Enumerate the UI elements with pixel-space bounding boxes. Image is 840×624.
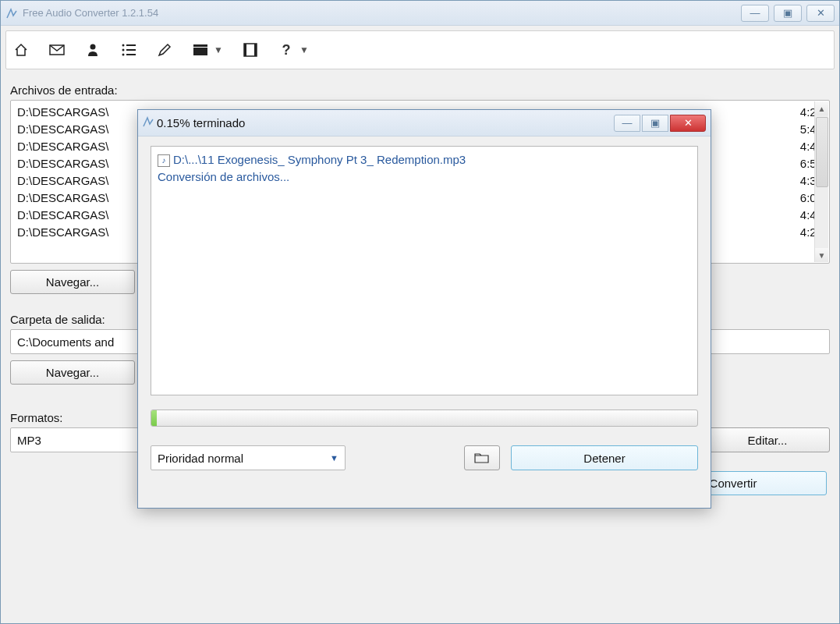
dialog-maximize-button[interactable]: ▣ xyxy=(642,115,668,132)
status-text: Conversión de archivos... xyxy=(158,168,691,186)
svg-point-1 xyxy=(90,44,96,50)
svg-rect-3 xyxy=(126,44,136,46)
app-icon xyxy=(143,116,154,130)
app-icon xyxy=(5,7,18,20)
svg-point-4 xyxy=(122,49,125,51)
svg-point-2 xyxy=(122,44,125,47)
chevron-down-icon: ▼ xyxy=(330,453,338,463)
svg-rect-7 xyxy=(126,54,136,55)
stop-button[interactable]: Detener xyxy=(511,445,698,470)
edit-button[interactable]: Editar... xyxy=(705,427,830,452)
film-icon[interactable] xyxy=(242,41,259,58)
open-folder-button[interactable] xyxy=(464,445,500,470)
dialog-close-button[interactable]: ✕ xyxy=(670,115,706,132)
chevron-down-icon[interactable]: ▼ xyxy=(214,44,223,55)
minimize-button[interactable]: — xyxy=(741,5,769,22)
file-icon: ♪ xyxy=(158,154,170,167)
browse-input-button[interactable]: Navegar... xyxy=(10,270,135,294)
home-icon[interactable] xyxy=(12,41,30,58)
progress-log: ♪D:\...\11 Exogenesis_ Symphony Pt 3_ Re… xyxy=(151,146,698,395)
dialog-title: 0.15% terminado xyxy=(157,116,612,129)
priority-select[interactable]: Prioridad normal ▼ xyxy=(151,445,346,470)
edit-icon[interactable] xyxy=(156,41,173,58)
svg-rect-5 xyxy=(126,49,136,51)
toolbar: ▼ ? ▼ xyxy=(5,30,835,69)
list-icon[interactable] xyxy=(120,41,137,58)
dialog-titlebar: 0.15% terminado — ▣ ✕ xyxy=(138,110,711,136)
chevron-down-icon[interactable]: ▼ xyxy=(299,44,309,55)
current-file: D:\...\11 Exogenesis_ Symphony Pt 3_ Red… xyxy=(173,153,466,166)
scrollbar[interactable]: ▲ ▼ xyxy=(814,101,828,262)
progress-dialog: 0.15% terminado — ▣ ✕ ♪D:\...\11 Exogene… xyxy=(137,109,711,509)
window-icon[interactable] xyxy=(192,41,209,58)
dialog-minimize-button[interactable]: — xyxy=(614,115,640,132)
folder-icon xyxy=(474,452,490,464)
svg-point-6 xyxy=(122,54,125,56)
progress-fill xyxy=(151,410,157,426)
user-icon[interactable] xyxy=(84,41,101,58)
mail-icon[interactable] xyxy=(48,41,66,58)
input-files-label: Archivos de entrada: xyxy=(10,83,830,97)
browse-output-button[interactable]: Navegar... xyxy=(10,360,135,385)
scroll-down-button[interactable]: ▼ xyxy=(815,248,828,262)
scroll-thumb[interactable] xyxy=(816,117,828,187)
close-button[interactable]: ✕ xyxy=(806,5,835,22)
svg-rect-12 xyxy=(254,44,257,56)
scroll-up-button[interactable]: ▲ xyxy=(815,101,828,115)
maximize-button[interactable]: ▣ xyxy=(774,5,802,22)
main-titlebar: Free Audio Converter 1.2.1.54 — ▣ ✕ xyxy=(1,1,839,26)
app-title: Free Audio Converter 1.2.1.54 xyxy=(23,7,741,19)
svg-rect-11 xyxy=(244,44,246,56)
help-icon[interactable]: ? xyxy=(278,41,295,58)
progress-bar xyxy=(151,410,698,427)
svg-rect-9 xyxy=(193,47,207,48)
svg-rect-8 xyxy=(193,44,207,55)
